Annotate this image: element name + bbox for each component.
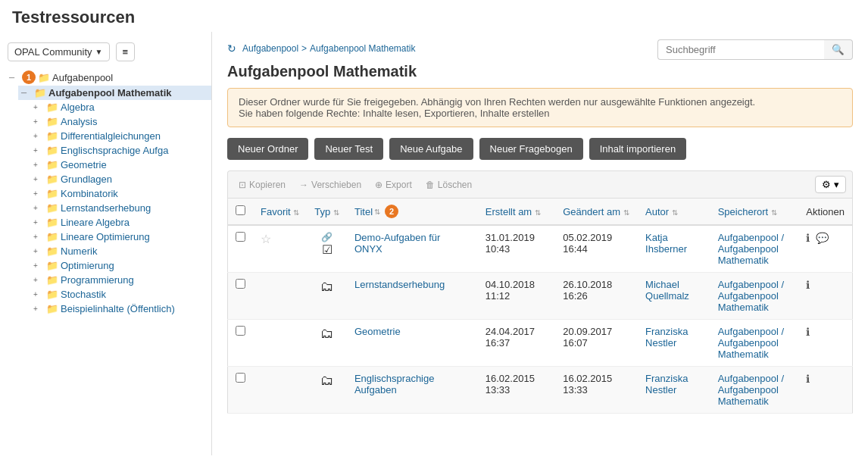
- row1-info-icon[interactable]: ℹ: [806, 232, 810, 244]
- tree-row-analysis[interactable]: + 📁 Analysis: [30, 114, 211, 129]
- row4-speicherort-link[interactable]: Aufgabenpool / Aufgabenpool Mathematik: [718, 373, 784, 407]
- row1-star-icon[interactable]: ☆: [261, 233, 271, 245]
- import-content-button[interactable]: Inhalt importieren: [589, 138, 686, 160]
- tree-toggle-geometrie[interactable]: +: [33, 161, 44, 169]
- row3-autor-link[interactable]: Franziska Nestler: [645, 326, 688, 349]
- row3-titel-link[interactable]: Geometrie: [354, 326, 401, 337]
- tree-row-aufgabenpool[interactable]: ─ 1 📁 Aufgabenpool: [6, 69, 211, 86]
- row1-speicherort-link[interactable]: Aufgabenpool / Aufgabenpool Mathematik: [718, 232, 784, 266]
- new-folder-button[interactable]: Neuer Ordner: [227, 138, 308, 160]
- row4-titel-link[interactable]: Englischsprachige Aufgaben: [354, 373, 435, 396]
- tree-toggle-englischsprachige-aufga[interactable]: +: [33, 146, 44, 155]
- tree-item-programmierung: + 📁 Programmierung: [30, 273, 211, 287]
- tree-row-grundlagen[interactable]: + 📁 Grundlagen: [30, 172, 211, 186]
- row3-checkbox[interactable]: [236, 326, 245, 336]
- row3-info-icon[interactable]: ℹ: [806, 326, 810, 338]
- tree-row-programmierung[interactable]: + 📁 Programmierung: [30, 273, 211, 287]
- tree-row-optimierung[interactable]: + 📁 Optimierung: [30, 258, 211, 273]
- tree-row-englischsprachige-aufga[interactable]: + 📁 Englischsprachige Aufga: [30, 143, 211, 158]
- row2-speicherort-cell: Aufgabenpool / Aufgabenpool Mathematik: [710, 273, 799, 320]
- table-row: ☆ 🔗 ☑ Demo-Aufgaben für ONYX 31.01.20191…: [228, 225, 853, 273]
- row1-autor-link[interactable]: Katja Ihsberner: [645, 232, 687, 255]
- row1-titel-cell: Demo-Aufgaben für ONYX: [347, 225, 478, 273]
- search-button[interactable]: 🔍: [824, 39, 853, 60]
- tree-row-lernstandserhebung[interactable]: + 📁 Lernstandserhebung: [30, 201, 211, 215]
- row4-checkbox[interactable]: [236, 373, 245, 383]
- export-icon: ⊕: [375, 180, 382, 190]
- new-task-button[interactable]: Neue Aufgabe: [389, 138, 473, 160]
- row2-autor-link[interactable]: Michael Quellmalz: [645, 279, 689, 302]
- tree-toggle-optimierung[interactable]: +: [33, 261, 44, 270]
- row2-info-icon[interactable]: ℹ: [806, 279, 810, 291]
- sidebar-menu-button[interactable]: ≡: [116, 42, 136, 61]
- tree-row-differentialgleichungen[interactable]: + 📁 Differentialgleichungen: [30, 129, 211, 143]
- th-favorit-label: Favorit: [261, 206, 291, 217]
- row2-checkbox[interactable]: [236, 279, 245, 289]
- row1-checkbox[interactable]: [236, 232, 245, 242]
- tree-item-grundlagen: + 📁 Grundlagen: [30, 172, 211, 186]
- select-all-checkbox[interactable]: [236, 205, 245, 215]
- tree-toggle-algebra[interactable]: +: [33, 103, 44, 111]
- row2-speicherort-link[interactable]: Aufgabenpool / Aufgabenpool Mathematik: [718, 279, 784, 313]
- folder-icon-aufgabenpool: 📁: [38, 72, 50, 83]
- th-geaendert[interactable]: Geändert am ⇅: [555, 199, 638, 226]
- tree-row-geometrie[interactable]: + 📁 Geometrie: [30, 158, 211, 172]
- tree-toggle-grundlagen[interactable]: +: [33, 175, 44, 183]
- tree-row-aufgabenpool-mathematik[interactable]: ─ 📁 Aufgabenpool Mathematik: [18, 86, 211, 100]
- tree-label-lernstandserhebung: Lernstandserhebung: [61, 202, 151, 214]
- row1-titel-link[interactable]: Demo-Aufgaben für ONYX: [354, 232, 440, 255]
- tree-row-algebra[interactable]: + 📁 Algebra: [30, 100, 211, 114]
- tree-label-optimierung: Optimierung: [61, 260, 114, 271]
- tree-toggle-lineare-algebra[interactable]: +: [33, 218, 44, 227]
- tree-row-numerik[interactable]: + 📁 Numerik: [30, 244, 211, 258]
- row1-comment-icon[interactable]: 💬: [816, 232, 829, 244]
- tree-row-beispielinhalte[interactable]: + 📁 Beispielinhalte (Öffentlich): [30, 302, 211, 316]
- th-autor[interactable]: Autor ⇅: [638, 199, 710, 226]
- tree-toggle-differentialgleichungen[interactable]: +: [33, 132, 44, 140]
- opal-community-dropdown[interactable]: OPAL Community ▼: [8, 42, 110, 61]
- row4-info-icon[interactable]: ℹ: [806, 373, 810, 385]
- th-favorit[interactable]: Favorit ⇅: [253, 199, 307, 226]
- tree-toggle-numerik[interactable]: +: [33, 247, 44, 255]
- folder-icon-numerik: 📁: [46, 245, 58, 257]
- tree-toggle-beispielinhalte[interactable]: +: [33, 305, 44, 313]
- folder-icon-programmierung: 📁: [46, 274, 58, 286]
- tree-toggle-stochastik[interactable]: +: [33, 290, 44, 299]
- tree-row-stochastik[interactable]: + 📁 Stochastik: [30, 287, 211, 302]
- new-test-button[interactable]: Neuer Test: [314, 138, 383, 160]
- tree-toggle-lernstandserhebung[interactable]: +: [33, 204, 44, 212]
- refresh-icon[interactable]: ↻: [227, 42, 236, 55]
- badge-2: 2: [385, 205, 398, 218]
- row4-autor-link[interactable]: Franziska Nestler: [645, 373, 688, 396]
- th-erstellt[interactable]: Erstellt am ⇅: [478, 199, 555, 226]
- info-text: Dieser Ordner wurde für Sie freigegeben.…: [239, 96, 755, 119]
- tree-toggle-kombinatorik[interactable]: +: [33, 189, 44, 198]
- action-buttons: Neuer Ordner Neuer Test Neue Aufgabe Neu…: [227, 138, 853, 160]
- table-body: ☆ 🔗 ☑ Demo-Aufgaben für ONYX 31.01.20191…: [228, 225, 853, 414]
- info-box: Dieser Ordner wurde für Sie freigegeben.…: [227, 88, 853, 127]
- tree-toggle-lineare-optimierung[interactable]: +: [33, 233, 44, 241]
- tree-row-lineare-optimierung[interactable]: + 📁 Lineare Optimierung: [30, 230, 211, 244]
- row3-speicherort-link[interactable]: Aufgabenpool / Aufgabenpool Mathematik: [718, 326, 784, 360]
- breadcrumb-aufgabenpool[interactable]: Aufgabenpool: [242, 43, 298, 54]
- th-speicherort[interactable]: Speicherort ⇅: [710, 199, 799, 226]
- tree-row-kombinatorik[interactable]: + 📁 Kombinatorik: [30, 186, 211, 201]
- row2-type-icon: 🗂: [314, 279, 339, 295]
- tree-item-beispielinhalte: + 📁 Beispielinhalte (Öffentlich): [30, 302, 211, 316]
- tree-toggle-analysis[interactable]: +: [33, 117, 44, 126]
- tree-toggle-aufgabenpool-mathematik[interactable]: ─: [21, 89, 32, 97]
- th-geaendert-label: Geändert am: [563, 206, 620, 217]
- th-typ[interactable]: Typ ⇅: [307, 199, 347, 226]
- new-questionnaire-button[interactable]: Neuer Fragebogen: [479, 138, 583, 160]
- th-titel[interactable]: Titel ⇅ 2: [347, 199, 478, 226]
- tree-toggle-aufgabenpool[interactable]: ─: [9, 73, 20, 82]
- row4-erstellt: 16.02.201513:33: [486, 373, 535, 396]
- search-input[interactable]: [657, 39, 824, 60]
- sidebar: OPAL Community ▼ ≡ ─ 1 📁 Aufgabenpool: [0, 32, 212, 455]
- export-label: Export: [386, 180, 412, 190]
- row2-titel-link[interactable]: Lernstandserhebung: [354, 279, 445, 290]
- settings-gear-button[interactable]: ⚙ ▾: [815, 176, 846, 193]
- sort-autor-icon: ⇅: [672, 208, 678, 217]
- tree-row-lineare-algebra[interactable]: + 📁 Lineare Algebra: [30, 215, 211, 230]
- tree-toggle-programmierung[interactable]: +: [33, 276, 44, 284]
